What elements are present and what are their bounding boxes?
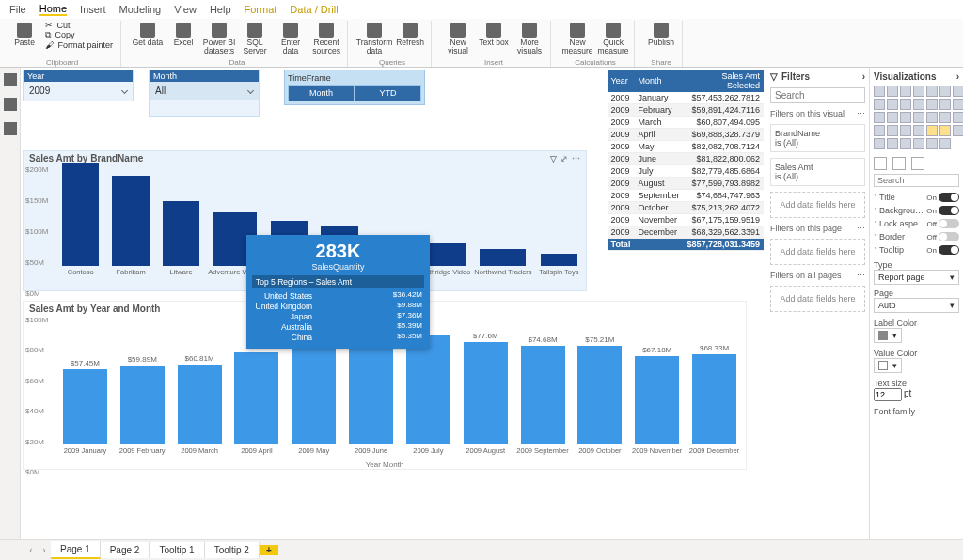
table-header[interactable]: Year xyxy=(608,70,635,92)
table-row[interactable]: 2009May$82,082,708.7124 xyxy=(608,141,764,153)
sales-table[interactable]: YearMonthSales Amt Selected 2009January$… xyxy=(608,70,764,251)
vis-type-icon[interactable] xyxy=(874,112,885,123)
page-tab[interactable]: Tooltip 2 xyxy=(205,542,260,558)
vis-type-icon[interactable] xyxy=(913,99,924,110)
analytics-tab-icon[interactable] xyxy=(911,157,924,170)
bar[interactable]: 2009 May xyxy=(286,334,341,455)
more-visuals-button[interactable]: More visuals xyxy=(513,21,546,56)
vis-type-icon[interactable] xyxy=(953,86,963,97)
vis-type-icon[interactable] xyxy=(887,99,898,110)
vis-type-icon[interactable] xyxy=(913,112,924,123)
vis-type-icon[interactable] xyxy=(874,138,885,149)
table-header[interactable]: Month xyxy=(634,70,683,92)
filter-card-sales[interactable]: Sales Amtis (All) xyxy=(770,158,865,186)
tab-help[interactable]: Help xyxy=(210,4,231,15)
format-prop[interactable]: ˅Backgrou…On xyxy=(874,204,959,217)
labelcolor-picker[interactable]: ▾ xyxy=(874,328,902,343)
vis-type-icon[interactable] xyxy=(900,138,911,149)
filters-collapse-icon[interactable]: › xyxy=(862,71,865,82)
table-row[interactable]: 2009June$81,822,800.062 xyxy=(608,153,764,165)
vis-type-icon[interactable] xyxy=(926,99,938,110)
add-page-button[interactable]: + xyxy=(260,545,278,555)
pbi-datasets-button[interactable]: Power BI datasets xyxy=(202,21,236,56)
chevron-down-icon[interactable] xyxy=(121,87,128,94)
vis-type-icon[interactable] xyxy=(953,125,963,136)
filter-drop-visual[interactable]: Add data fields here xyxy=(770,192,865,218)
page-tab[interactable]: Page 2 xyxy=(101,542,150,558)
recent-sources-button[interactable]: Recent sources xyxy=(309,21,343,56)
bar[interactable]: $60.81M2009 March xyxy=(172,354,228,455)
chevron-down-icon[interactable] xyxy=(247,87,254,94)
vis-type-icon[interactable] xyxy=(900,112,911,123)
text-box-button[interactable]: Text box xyxy=(477,21,511,56)
tab-home[interactable]: Home xyxy=(39,3,67,16)
model-view-icon[interactable] xyxy=(4,122,17,135)
vis-type-icon[interactable] xyxy=(926,86,938,97)
slicer-year[interactable]: Year 2009 xyxy=(23,70,134,101)
cut-button[interactable]: ✂ Cut xyxy=(43,21,117,30)
bar[interactable]: Fabrikam xyxy=(107,176,153,276)
tab-file[interactable]: File xyxy=(9,4,26,15)
page-prev-icon[interactable]: ‹ xyxy=(24,545,38,555)
format-prop[interactable]: ˅Lock aspe…Off xyxy=(874,217,959,230)
copy-button[interactable]: ⧉ Copy xyxy=(43,30,117,40)
format-painter-button[interactable]: 🖌 Format painter xyxy=(43,40,117,50)
focus-icon[interactable]: ⤢ xyxy=(560,154,568,163)
vis-type-icon[interactable] xyxy=(939,112,951,123)
tab-format[interactable]: Format xyxy=(245,4,277,15)
enter-data-button[interactable]: Enter data xyxy=(274,21,308,56)
get-data-button[interactable]: Get data xyxy=(131,21,165,56)
vis-type-icon[interactable] xyxy=(887,125,898,136)
filters-search-input[interactable] xyxy=(770,87,865,103)
vis-type-more-icon[interactable] xyxy=(939,138,951,149)
vis-type-icon[interactable] xyxy=(939,86,951,97)
more-icon[interactable]: ⋯ xyxy=(857,109,865,118)
bar[interactable]: $57.45M2009 January xyxy=(57,359,113,455)
bar[interactable]: Contoso xyxy=(57,163,103,276)
vis-type-icon[interactable] xyxy=(900,86,911,97)
vis-type-icon[interactable] xyxy=(913,86,924,97)
filter-drop-all[interactable]: Add data fields here xyxy=(770,286,865,312)
table-row[interactable]: 2009September$74,684,747.963 xyxy=(608,190,764,202)
data-view-icon[interactable] xyxy=(4,98,17,111)
table-row[interactable]: 2009December$68,329,562.3391 xyxy=(608,226,764,239)
vis-type-icon[interactable] xyxy=(887,112,898,123)
new-measure-button[interactable]: New measure xyxy=(560,21,594,56)
page-tab[interactable]: Tooltip 1 xyxy=(150,542,204,558)
report-view-icon[interactable] xyxy=(4,73,17,86)
vis-type-icon[interactable] xyxy=(953,112,963,123)
table-row[interactable]: 2009January$57,453,262.7812 xyxy=(608,92,764,104)
filter-card-brand[interactable]: BrandNameis (All) xyxy=(770,124,865,152)
bar[interactable]: Northwind Traders xyxy=(474,249,531,276)
paste-button[interactable]: Paste xyxy=(8,21,41,50)
format-prop[interactable]: ˅BorderOff xyxy=(874,230,959,243)
bar[interactable]: $77.6M2009 August xyxy=(458,332,513,455)
table-row[interactable]: 2009November$67,175,159.9519 xyxy=(608,214,764,226)
vis-type-icon[interactable] xyxy=(887,86,898,97)
prop-page-dropdown[interactable]: Auto▾ xyxy=(874,298,959,313)
vis-type-icon[interactable] xyxy=(913,138,924,149)
excel-button[interactable]: Excel xyxy=(166,21,200,56)
vis-type-icon[interactable] xyxy=(953,99,963,110)
bar[interactable]: $75.21M2009 October xyxy=(572,335,627,455)
format-prop[interactable]: ˅TooltipOn xyxy=(874,243,959,257)
vis-search-input[interactable] xyxy=(874,174,959,187)
filter-icon[interactable]: ▽ xyxy=(550,154,557,163)
refresh-button[interactable]: Refresh xyxy=(393,21,427,56)
transform-data-button[interactable]: Transform data xyxy=(357,21,391,56)
more-icon[interactable]: ⋯ xyxy=(857,271,865,280)
vis-collapse-icon[interactable]: › xyxy=(956,71,959,82)
timeframe-ytd-button[interactable]: YTD xyxy=(355,85,421,101)
slicer-month[interactable]: Month All xyxy=(149,70,260,117)
sql-button[interactable]: SQL Server xyxy=(238,21,272,56)
bar[interactable]: $68.33M2009 December xyxy=(687,344,742,455)
vis-type-py-icon[interactable] xyxy=(939,125,951,136)
vis-type-icon[interactable] xyxy=(874,99,885,110)
bar[interactable]: $74.68M2009 September xyxy=(515,335,571,455)
quick-measure-button[interactable]: Quick measure xyxy=(596,21,630,56)
tab-insert[interactable]: Insert xyxy=(80,4,106,15)
bar[interactable]: 2009 June xyxy=(343,334,399,455)
timeframe-month-button[interactable]: Month xyxy=(288,85,355,101)
vis-type-icon[interactable] xyxy=(900,125,911,136)
page-next-icon[interactable]: › xyxy=(38,545,51,555)
